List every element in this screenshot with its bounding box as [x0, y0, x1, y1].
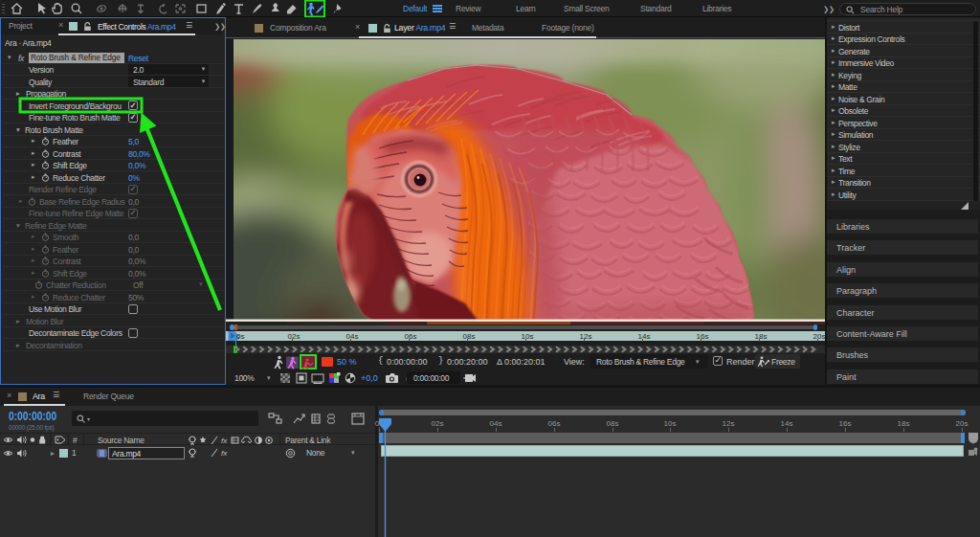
svg-text:fx: fx [221, 449, 228, 458]
svg-text:fx: fx [221, 436, 228, 445]
